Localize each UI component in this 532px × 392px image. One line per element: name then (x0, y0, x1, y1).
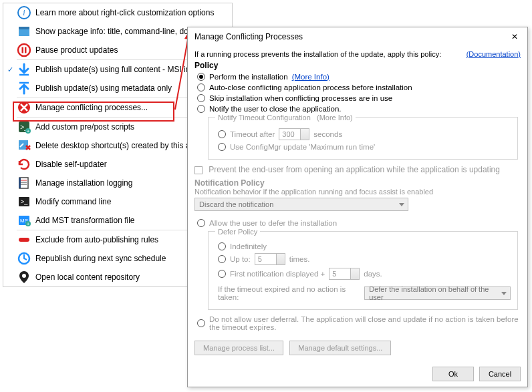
location-icon (17, 270, 31, 284)
radio-label: Notify the user to close the application… (209, 105, 342, 113)
timeout-after-label: Timeout after (230, 130, 275, 138)
defer-indef-row: Indefinitely (218, 242, 511, 250)
svg-rect-5 (22, 47, 24, 53)
republish-icon (17, 251, 31, 266)
menu-item-label: Publish update(s) using full content - M… (35, 65, 190, 74)
radio-label: Indefinitely (230, 242, 267, 250)
select-value: Discard the notification (199, 200, 273, 208)
radio-icon (197, 73, 205, 81)
cfgmgr-label: Use ConfigMgr update 'Maximum run time' (230, 143, 375, 151)
menu-item-label: Disable self-updater (35, 160, 107, 169)
timeout-after-row: Timeout after 300 seconds (218, 128, 511, 140)
first-days-input: 5 (329, 268, 360, 280)
manage-default-settings-button: Manage default settings... (289, 341, 391, 355)
radio-allow-defer: Allow the user to defer the installation (197, 219, 521, 227)
svg-text:>_: >_ (21, 198, 28, 205)
menu-item-label: Publish update(s) using metadata only (35, 83, 172, 93)
radio-label: Allow the user to defer the installation (209, 219, 337, 227)
ok-button[interactable]: Ok (432, 367, 474, 381)
first-pre: First notification displayed + (230, 270, 325, 278)
svg-rect-26 (19, 238, 29, 242)
terminal-icon: >_ (17, 194, 31, 209)
timeout-action-label: If the timeout expired and no action is … (218, 285, 360, 301)
notification-behavior-select: Discard the notification (194, 198, 408, 211)
menu-item-label: Add custom pre/post scripts (35, 122, 134, 132)
menu-check-icon (5, 102, 15, 113)
radio-icon (218, 130, 226, 138)
menu-item[interactable]: iLearn more about right-click customizat… (3, 3, 232, 22)
menu-check-icon (5, 178, 15, 188)
menu-item-label: Delete desktop shortcut(s) created by th… (35, 141, 194, 150)
menu-item-label: Manage installation logging (35, 178, 132, 188)
exclude-icon (17, 232, 31, 247)
documentation-link[interactable]: (Documentation) (467, 50, 521, 58)
menu-item-label: Republish during next sync schedule (35, 254, 166, 263)
defer-upto-row: Up to: 5 times. (218, 253, 511, 265)
menu-item-label: Exclude from auto-publishing rules (35, 235, 158, 244)
menu-item-label: Learn more about right-click customizati… (35, 8, 214, 17)
group-title-text: Defer Policy (215, 228, 260, 236)
cancel-button[interactable]: Cancel (479, 367, 521, 381)
radio-icon (197, 319, 205, 327)
menu-item-label: Manage conflicting processes... (35, 103, 148, 112)
menu-check-icon (5, 26, 15, 37)
dialog-title-text: Manage Conflicting Processes (194, 32, 303, 41)
radio-no-defer: Do not allow user deferral. The applicat… (197, 315, 521, 331)
menu-check-icon (5, 253, 15, 264)
defer-first-row: First notification displayed + 5 days. (218, 268, 511, 280)
svg-text:+: + (27, 128, 30, 134)
svg-text:i: i (23, 8, 25, 17)
radio-icon (197, 105, 205, 113)
radio-perform-install[interactable]: Perform the installation (More Info) (197, 73, 521, 81)
radio-skip-install[interactable]: Skip installation when conflicting proce… (197, 94, 521, 102)
timeout-seconds-input: 300 (279, 128, 309, 140)
radio-icon (197, 83, 205, 91)
radio-icon (197, 219, 205, 227)
timeout-action-row: If the timeout expired and no action is … (218, 285, 511, 301)
radio-auto-close[interactable]: Auto-close conflicting application proce… (197, 83, 521, 91)
menu-check-icon (5, 196, 15, 207)
upto-times-input: 5 (255, 253, 285, 265)
radio-label: Auto-close conflicting application proce… (209, 83, 412, 91)
first-post: days. (364, 270, 382, 278)
menu-check-icon (5, 272, 15, 282)
radio-label: Skip installation when conflicting proce… (209, 94, 392, 102)
delete-shortcut-icon (17, 138, 31, 153)
pause-icon (17, 43, 31, 57)
prevent-checkbox (194, 166, 203, 174)
group-more-info: (More Info) (317, 114, 353, 122)
timeout-action-select: Defer the installation on behalf of the … (364, 286, 511, 300)
menu-check-icon (5, 122, 15, 132)
menu-item-label: Show package info: title, command-line, … (35, 27, 194, 36)
menu-check-icon (5, 7, 15, 18)
radio-notify-user[interactable]: Notify the user to close the application… (197, 105, 521, 113)
up-arrow-icon (17, 81, 31, 95)
timeout-seconds-label: seconds (313, 130, 342, 138)
manage-process-list-button: Manage process list... (194, 341, 283, 355)
menu-item-label: Add MST transformation file (35, 216, 135, 225)
menu-check-icon (5, 234, 15, 245)
mst-icon: MS+ (17, 213, 31, 228)
notify-timeout-group: Notify Timeout Configuration (More Info)… (208, 117, 518, 160)
menu-check-icon (5, 83, 15, 93)
svg-rect-3 (19, 27, 29, 29)
upto-pre: Up to: (230, 255, 251, 263)
defer-policy-group: Defer Policy Indefinitely Up to: 5 times… (208, 231, 518, 310)
menu-check-icon (5, 215, 15, 226)
notification-policy-sub: Notification behavior if the application… (194, 188, 521, 196)
radio-icon (218, 242, 226, 250)
radio-icon (197, 94, 205, 102)
intro-text: If a running process prevents the instal… (194, 50, 441, 58)
menu-item-label: Pause product updates (35, 45, 118, 55)
radio-label: Do not allow user deferral. The applicat… (209, 315, 521, 331)
close-icon[interactable]: ✕ (507, 31, 522, 43)
radio-icon (218, 255, 226, 263)
down-arrow-icon (17, 62, 31, 77)
more-info-link[interactable]: (More Info) (292, 73, 329, 81)
prevent-label: Prevent the end-user from opening an app… (209, 165, 500, 174)
dialog-titlebar: Manage Conflicting Processes ✕ (188, 27, 527, 46)
cfgmgr-row: Use ConfigMgr update 'Maximum run time' (218, 143, 511, 151)
policy-heading: Policy (194, 61, 521, 70)
svg-point-4 (18, 44, 30, 56)
menu-item-label: Modify command line (35, 197, 111, 206)
